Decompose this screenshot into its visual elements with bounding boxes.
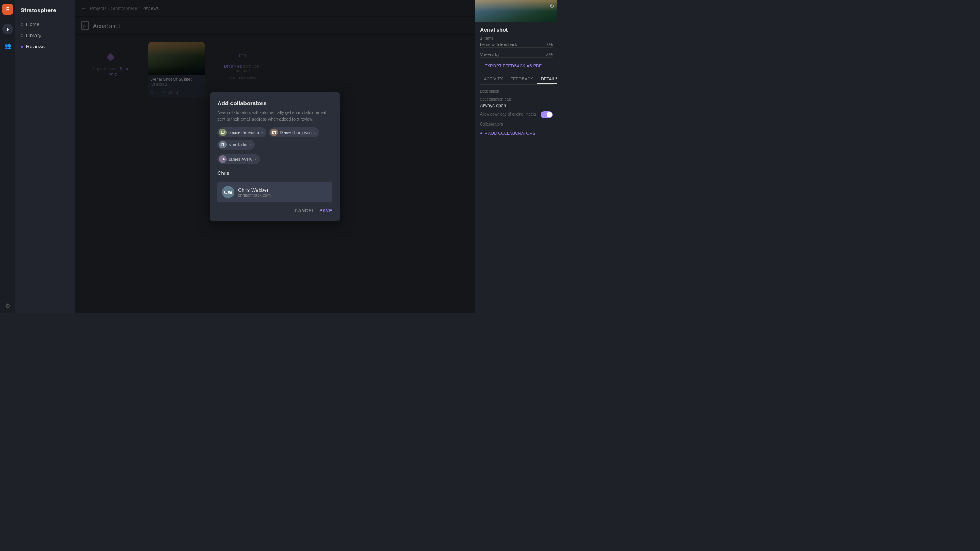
sugg-email-chris: chris@ftrack.com bbox=[238, 193, 271, 197]
export-icon: ↓ bbox=[480, 64, 482, 68]
description-label: Description bbox=[480, 89, 553, 93]
chip-avatar-diane: DT bbox=[270, 129, 278, 136]
icon-sidebar: F ● 👥 ⚙ bbox=[0, 0, 15, 313]
chip-remove-louise[interactable]: × bbox=[261, 130, 264, 135]
items-count: 1 items bbox=[480, 36, 553, 41]
sidebar-item-library[interactable]: Library bbox=[15, 30, 75, 41]
sugg-name-chris: Chris Webber bbox=[238, 187, 271, 193]
tab-feedback[interactable]: FEEDBACK bbox=[507, 74, 537, 84]
modal-title: Add collaborators bbox=[217, 100, 332, 106]
stat-row-feedback: Items with feedback 0 % bbox=[480, 42, 553, 47]
panel-tabs: ACTIVITY FEEDBACK DETAILS bbox=[480, 74, 553, 85]
app-name: Stratosphere bbox=[15, 5, 75, 19]
download-label: Allow download of original media bbox=[480, 112, 536, 116]
refresh-button[interactable]: ↻ bbox=[550, 3, 554, 9]
sidebar-item-reviews[interactable]: Reviews bbox=[15, 41, 75, 52]
chip-avatar-james: JA bbox=[219, 155, 227, 163]
chip-name-louise: Louise Jefferson bbox=[228, 130, 259, 135]
chip-avatar-img-james: JA bbox=[219, 155, 227, 163]
chip-name-diane: Diane Thompson bbox=[279, 130, 312, 135]
app-layout: F ● 👥 ⚙ Stratosphere Home Library Review… bbox=[0, 0, 557, 313]
chip-louise: LJ Louise Jefferson × bbox=[217, 127, 266, 137]
chip-remove-ivan[interactable]: × bbox=[249, 143, 252, 147]
chip-avatar-ivan: IT bbox=[219, 141, 227, 148]
stat-bar-viewed bbox=[480, 57, 553, 58]
add-collab-label: + ADD COLLABORATORS bbox=[485, 131, 535, 135]
suggestion-item-chris[interactable]: CW Chris Webber chris@ftrack.com bbox=[217, 182, 332, 202]
nav-sidebar: Stratosphere Home Library Reviews bbox=[15, 0, 75, 313]
app-icon[interactable]: F bbox=[2, 4, 13, 15]
chip-ivan: IT Ivan Tadic × bbox=[217, 140, 255, 150]
sidebar-item-reviews-label: Reviews bbox=[26, 44, 45, 49]
right-panel: ↻ Aerial shot 1 items Items with feedbac… bbox=[475, 0, 557, 313]
nav-icon-settings[interactable]: ⚙ bbox=[5, 302, 10, 310]
tab-activity[interactable]: ACTIVITY bbox=[480, 74, 507, 84]
right-panel-thumbnail bbox=[475, 0, 557, 22]
chip-james: JA James Avery × bbox=[217, 154, 260, 164]
chip-remove-james[interactable]: × bbox=[255, 157, 257, 161]
stat-feedback-label: Items with feedback bbox=[480, 42, 517, 47]
chip-avatar-img-ivan: IT bbox=[219, 141, 227, 148]
chip-avatar-louise: LJ bbox=[219, 129, 227, 136]
chip-avatar-img-louise: LJ bbox=[219, 129, 227, 136]
main-content: ← Projects / Stratosphere / Reviews ▷ Ae… bbox=[75, 0, 475, 313]
add-collaborators-button[interactable]: + + ADD COLLABORATORS bbox=[480, 131, 553, 135]
cancel-button[interactable]: CANCEL bbox=[294, 208, 315, 214]
download-toggle[interactable] bbox=[541, 111, 553, 118]
modal-footer: CANCEL SAVE bbox=[217, 208, 332, 214]
collaborator-search-input[interactable] bbox=[217, 169, 332, 178]
panel-title: Aerial shot bbox=[480, 27, 553, 33]
sidebar-item-home[interactable]: Home bbox=[15, 19, 75, 30]
sidebar-item-home-label: Home bbox=[26, 21, 39, 27]
chip-diane: DT Diane Thompson × bbox=[269, 127, 319, 137]
expiration-value: Always open bbox=[480, 103, 553, 108]
chips-area-row2: JA James Avery × bbox=[217, 154, 332, 164]
sugg-avatar-img-chris: CW bbox=[222, 186, 234, 198]
chip-avatar-img-diane: DT bbox=[270, 129, 278, 136]
search-input-wrap bbox=[217, 169, 332, 178]
chip-name-james: James Avery bbox=[228, 157, 252, 161]
chip-name-ivan: Ivan Tadic bbox=[228, 142, 247, 147]
export-label: EXPORT FEEDBACK AS PDF bbox=[485, 64, 542, 68]
modal-description: New collaborators will automatically get… bbox=[217, 109, 332, 122]
suggestion-list: CW Chris Webber chris@ftrack.com bbox=[217, 182, 332, 202]
stat-row-viewed: Viewed by 0 % bbox=[480, 52, 553, 57]
stat-viewed-label: Viewed by bbox=[480, 52, 500, 57]
save-button[interactable]: SAVE bbox=[319, 208, 332, 214]
stat-bar-feedback bbox=[480, 47, 553, 48]
modal: Add collaborators New collaborators will… bbox=[210, 92, 340, 221]
nav-icon-group[interactable]: 👥 bbox=[2, 41, 13, 51]
overlay: Add collaborators New collaborators will… bbox=[75, 0, 475, 313]
download-toggle-row: Allow download of original media bbox=[480, 111, 553, 118]
reviews-dot-icon bbox=[21, 46, 23, 48]
tab-details[interactable]: DETAILS bbox=[537, 74, 557, 84]
chip-remove-diane[interactable]: × bbox=[314, 130, 316, 135]
expiration-label: Set expiration date bbox=[480, 97, 553, 101]
chips-area: LJ Louise Jefferson × DT Diane Thompson … bbox=[217, 127, 332, 150]
collaborators-label: Collaborators bbox=[480, 122, 553, 126]
nav-icon-user[interactable]: ● bbox=[2, 24, 13, 34]
stat-viewed-pct: 0 % bbox=[546, 52, 553, 57]
sidebar-item-library-label: Library bbox=[26, 33, 41, 38]
library-dot-icon bbox=[21, 34, 23, 37]
sugg-info-chris: Chris Webber chris@ftrack.com bbox=[238, 187, 271, 197]
add-collab-icon: + bbox=[480, 131, 482, 135]
stat-feedback-pct: 0 % bbox=[546, 42, 553, 47]
panel-body: Aerial shot 1 items Items with feedback … bbox=[475, 22, 557, 313]
home-dot-icon bbox=[21, 23, 23, 26]
sugg-avatar-chris: CW bbox=[222, 186, 234, 198]
export-pdf-button[interactable]: ↓ EXPORT FEEDBACK AS PDF bbox=[480, 62, 553, 70]
